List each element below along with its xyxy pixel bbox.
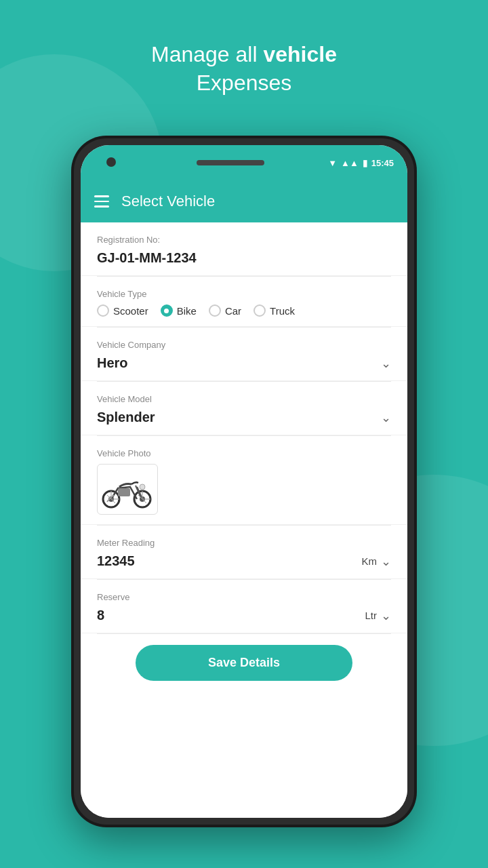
radio-car-circle bbox=[209, 304, 221, 317]
screen-title: Select Vehicle bbox=[121, 193, 215, 210]
svg-point-7 bbox=[140, 484, 145, 490]
phone-frame: ▼ ▲▲ ▮ 15:45 Select Vehicle R bbox=[71, 136, 417, 827]
radio-scooter-label: Scooter bbox=[113, 305, 148, 317]
phone-inner: ▼ ▲▲ ▮ 15:45 Select Vehicle R bbox=[74, 138, 414, 825]
meter-reading-row: 12345 Km ⌄ bbox=[97, 553, 391, 569]
status-bar: ▼ ▲▲ ▮ 15:45 bbox=[81, 145, 407, 180]
reserve-unit-selector[interactable]: Ltr ⌄ bbox=[365, 608, 391, 623]
radio-bike-circle bbox=[161, 304, 173, 317]
radio-truck-label: Truck bbox=[270, 305, 295, 317]
hamburger-line-2 bbox=[94, 201, 109, 203]
reserve-unit-text: Ltr bbox=[365, 610, 377, 621]
vehicle-photo-box[interactable] bbox=[97, 464, 158, 515]
vehicle-photo-section: Vehicle Photo bbox=[81, 436, 407, 525]
motorcycle-image bbox=[100, 469, 155, 510]
screen-content: Registration No: GJ-01-MM-1234 Vehicle T… bbox=[81, 222, 407, 818]
battery-icon: ▮ bbox=[363, 158, 367, 168]
reserve-section: Reserve 8 Ltr ⌄ bbox=[81, 580, 407, 633]
reserve-value[interactable]: 8 bbox=[97, 608, 104, 623]
chevron-down-icon: ⌄ bbox=[381, 356, 391, 371]
meter-unit-text: Km bbox=[362, 555, 378, 567]
radio-truck-circle bbox=[253, 304, 266, 317]
vehicle-company-section[interactable]: Vehicle Company Hero ⌄ bbox=[81, 328, 407, 381]
vehicle-type-section: Vehicle Type Scooter Bike Car bbox=[81, 277, 407, 327]
vehicle-type-label: Vehicle Type bbox=[97, 289, 391, 299]
chevron-down-icon-4: ⌄ bbox=[381, 608, 391, 623]
vehicle-model-dropdown[interactable]: Splender ⌄ bbox=[97, 410, 391, 425]
svg-rect-4 bbox=[118, 488, 130, 496]
hamburger-line-3 bbox=[94, 205, 109, 208]
page-header: Manage all vehicle Expenses bbox=[0, 0, 488, 117]
phone-screen: ▼ ▲▲ ▮ 15:45 Select Vehicle R bbox=[81, 145, 407, 818]
meter-reading-label: Meter Reading bbox=[97, 538, 391, 548]
vehicle-company-value: Hero bbox=[97, 355, 128, 371]
radio-bike-label: Bike bbox=[177, 305, 197, 317]
header-line2: Expenses bbox=[0, 69, 488, 98]
radio-bike[interactable]: Bike bbox=[161, 304, 197, 317]
reserve-label: Reserve bbox=[97, 592, 391, 602]
status-icons: ▼ ▲▲ ▮ 15:45 bbox=[328, 158, 394, 168]
chevron-down-icon-3: ⌄ bbox=[381, 554, 391, 569]
registration-section: Registration No: GJ-01-MM-1234 bbox=[81, 222, 407, 276]
vehicle-company-dropdown[interactable]: Hero ⌄ bbox=[97, 355, 391, 371]
registration-label: Registration No: bbox=[97, 235, 391, 245]
radio-truck[interactable]: Truck bbox=[253, 304, 295, 317]
signal-icon: ▲▲ bbox=[341, 158, 359, 168]
menu-button[interactable] bbox=[94, 195, 109, 208]
reserve-row: 8 Ltr ⌄ bbox=[97, 608, 391, 623]
wifi-icon: ▼ bbox=[328, 158, 337, 168]
meter-unit-selector[interactable]: Km ⌄ bbox=[362, 554, 392, 569]
vehicle-model-section[interactable]: Vehicle Model Splender ⌄ bbox=[81, 382, 407, 435]
header-line1-bold: vehicle bbox=[263, 42, 337, 66]
vehicle-type-radio-group: Scooter Bike Car Truck bbox=[97, 304, 391, 317]
vehicle-company-label: Vehicle Company bbox=[97, 340, 391, 350]
radio-car-label: Car bbox=[225, 305, 241, 317]
time-display: 15:45 bbox=[371, 158, 394, 168]
radio-scooter-circle bbox=[97, 304, 109, 317]
vehicle-photo-label: Vehicle Photo bbox=[97, 448, 391, 458]
header-line1-normal: Manage all bbox=[151, 42, 263, 66]
vehicle-model-label: Vehicle Model bbox=[97, 394, 391, 404]
save-button[interactable]: Save Details bbox=[136, 645, 352, 681]
meter-reading-value[interactable]: 12345 bbox=[97, 553, 135, 569]
registration-value[interactable]: GJ-01-MM-1234 bbox=[97, 250, 391, 266]
radio-scooter[interactable]: Scooter bbox=[97, 304, 148, 317]
speaker bbox=[197, 160, 264, 165]
app-bar: Select Vehicle bbox=[81, 180, 407, 222]
meter-reading-section: Meter Reading 12345 Km ⌄ bbox=[81, 526, 407, 579]
hamburger-line-1 bbox=[94, 195, 109, 197]
vehicle-model-value: Splender bbox=[97, 410, 155, 425]
save-button-container: Save Details bbox=[81, 634, 407, 692]
radio-car[interactable]: Car bbox=[209, 304, 241, 317]
chevron-down-icon-2: ⌄ bbox=[381, 410, 391, 425]
